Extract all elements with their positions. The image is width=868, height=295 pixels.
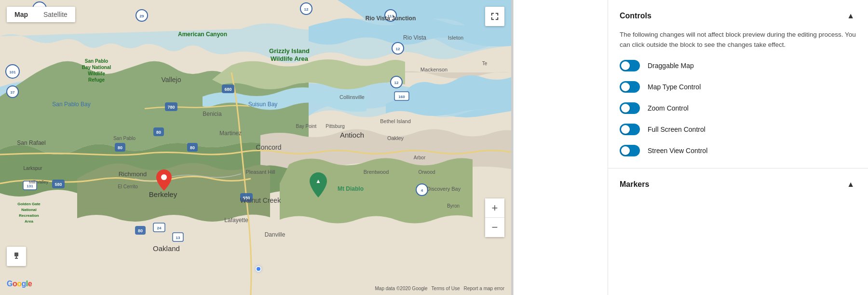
draggable-map-label: Draggable Map [648, 62, 694, 70]
markers-title: Markers [620, 180, 649, 189]
zoom-out-button[interactable]: − [485, 218, 504, 237]
spacer [513, 0, 608, 295]
svg-text:680: 680 [224, 87, 231, 92]
terms-link[interactable]: Terms of Use [432, 286, 460, 291]
svg-text:Vallejo: Vallejo [162, 76, 181, 84]
svg-text:Berkeley: Berkeley [149, 190, 177, 198]
full-screen-control-label: Full Screen Control [648, 126, 705, 133]
markers-section: Markers ▲ [608, 169, 868, 200]
map-attribution: Map data ©2020 Google Terms of Use Repor… [375, 286, 504, 291]
map-data-text: Map data ©2020 Google [375, 286, 427, 291]
fullscreen-button[interactable] [485, 7, 504, 26]
svg-text:Bay National: Bay National [82, 65, 111, 70]
svg-text:Bethel Island: Bethel Island [380, 118, 411, 124]
svg-text:National: National [21, 208, 37, 212]
markers-chevron-button[interactable]: ▲ [845, 178, 856, 191]
map-button[interactable]: Map [7, 7, 36, 22]
zoom-controls: + − [485, 198, 504, 237]
svg-text:Pittsburg: Pittsburg [326, 124, 344, 129]
svg-text:Suisun Bay: Suisun Bay [248, 101, 278, 108]
svg-text:Orwood: Orwood [418, 169, 435, 175]
svg-text:Arbor: Arbor [414, 155, 426, 160]
map-type-control-toggle[interactable] [620, 81, 640, 93]
svg-text:Brentwood: Brentwood [364, 169, 389, 175]
svg-text:Rio Vista: Rio Vista [403, 34, 426, 41]
svg-text:Pleasant Hill: Pleasant Hill [245, 169, 275, 175]
report-link[interactable]: Report a map error [464, 286, 504, 291]
svg-text:El Cerrito: El Cerrito [118, 184, 138, 189]
svg-text:Discovery Bay: Discovery Bay [427, 186, 461, 192]
svg-text:80: 80 [156, 130, 161, 135]
controls-description: The following changes will not affect bl… [620, 30, 856, 50]
full-screen-control-row: Full Screen Control [620, 124, 856, 135]
map-type-buttons: Map Satellite [7, 7, 75, 22]
svg-text:Golden Gate: Golden Gate [17, 202, 41, 206]
map-type-control-row: Map Type Control [620, 81, 856, 93]
svg-text:Grizzly Island: Grizzly Island [269, 47, 310, 55]
svg-text:24: 24 [157, 226, 162, 230]
svg-text:Concord: Concord [256, 143, 282, 151]
street-view-control-label: Streen View Control [648, 147, 707, 155]
satellite-button[interactable]: Satellite [36, 7, 75, 22]
zoom-control-row: Zoom Control [620, 102, 856, 114]
svg-text:Mt Diablo: Mt Diablo [338, 185, 364, 192]
svg-text:Area: Area [25, 219, 33, 224]
blue-dot [256, 266, 261, 272]
controls-section-header: Controls ▲ [620, 10, 856, 22]
svg-text:Wildlife: Wildlife [88, 71, 105, 76]
svg-text:Martinez: Martinez [219, 130, 242, 137]
svg-text:Isleton: Isleton [448, 35, 463, 41]
fullscreen-icon [490, 12, 499, 21]
svg-text:Wildlife Area: Wildlife Area [271, 55, 309, 62]
pushpin-control[interactable] [7, 247, 26, 266]
svg-text:Danville: Danville [265, 231, 285, 238]
svg-text:Oakley: Oakley [387, 135, 404, 141]
svg-text:13: 13 [176, 236, 180, 240]
svg-text:Mackenson: Mackenson [420, 67, 448, 72]
draggable-map-toggle[interactable] [620, 60, 640, 71]
zoom-control-toggle[interactable] [620, 102, 640, 114]
street-view-control-row: Streen View Control [620, 145, 856, 156]
svg-text:Larkspur: Larkspur [24, 166, 43, 171]
svg-text:Refuge: Refuge [88, 77, 105, 83]
map-container[interactable]: 80 80 80 80 680 680 780 580 101 37 [0, 0, 511, 295]
pushpin-icon [12, 252, 21, 261]
zoom-control-label: Zoom Control [648, 104, 689, 112]
svg-text:San Rafael: San Rafael [17, 140, 45, 146]
toggle-knob [621, 61, 630, 70]
svg-text:Oakland: Oakland [153, 244, 180, 253]
svg-text:4: 4 [421, 188, 423, 193]
svg-text:101: 101 [9, 70, 16, 74]
controls-title: Controls [620, 12, 651, 20]
map-svg: 80 80 80 80 680 680 780 580 101 37 [0, 0, 511, 295]
svg-text:San Pablo: San Pablo [113, 136, 136, 141]
controls-chevron-button[interactable]: ▲ [845, 10, 856, 22]
street-view-control-toggle[interactable] [620, 145, 640, 156]
svg-text:160: 160 [398, 95, 405, 99]
svg-text:Lafayette: Lafayette [224, 217, 248, 224]
markers-chevron-up-icon: ▲ [847, 180, 854, 188]
zoom-in-button[interactable]: + [485, 198, 504, 218]
full-screen-control-toggle[interactable] [620, 124, 640, 135]
chevron-up-icon: ▲ [847, 12, 854, 20]
toggle-knob [621, 146, 630, 155]
svg-text:Bay Point: Bay Point [296, 124, 317, 129]
draggable-map-row: Draggable Map [620, 60, 856, 71]
map-type-control-label: Map Type Control [648, 83, 701, 91]
svg-point-88 [161, 174, 167, 180]
svg-text:37: 37 [11, 90, 15, 95]
svg-text:80: 80 [138, 228, 143, 233]
markers-section-header: Markers ▲ [620, 178, 856, 191]
svg-text:Benicia: Benicia [203, 111, 222, 117]
svg-text:Antioch: Antioch [340, 131, 364, 139]
svg-text:Te: Te [482, 61, 488, 66]
svg-text:Rio Vista Junction: Rio Vista Junction [366, 15, 416, 22]
svg-text:12: 12 [394, 81, 399, 85]
svg-text:▲: ▲ [315, 178, 321, 184]
svg-text:80: 80 [190, 145, 195, 150]
svg-text:Byron: Byron [447, 203, 460, 209]
svg-text:12: 12 [304, 7, 309, 12]
controls-panel: Controls ▲ The following changes will no… [608, 0, 868, 295]
svg-text:Collinsville: Collinsville [339, 94, 365, 100]
svg-rect-91 [14, 253, 18, 256]
